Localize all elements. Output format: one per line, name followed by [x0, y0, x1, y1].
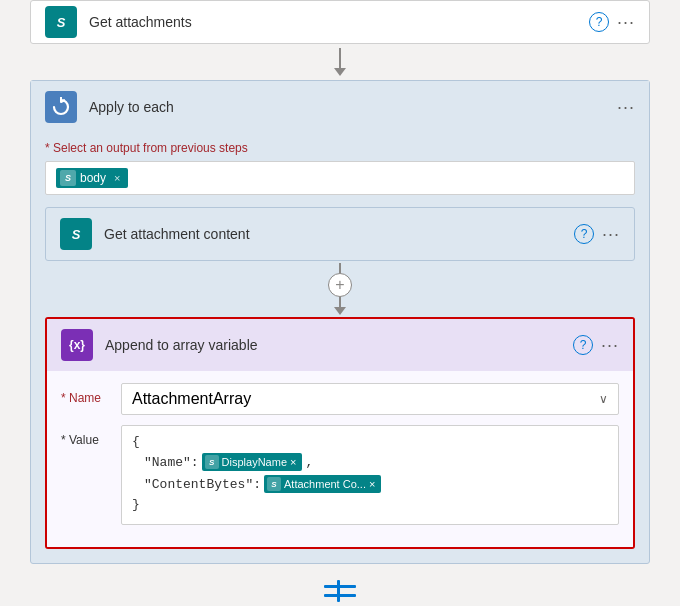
apply-to-each-header: Apply to each ··· [31, 81, 649, 133]
name-control: AttachmentArray ∨ [121, 383, 619, 415]
get-attachments-title: Get attachments [89, 14, 589, 30]
body-token-chip: S body × [56, 168, 128, 188]
chip-icon-sm-1: S [205, 455, 219, 469]
s-letter: S [57, 15, 66, 30]
sharepoint-icon: S [45, 6, 77, 38]
get-attachment-content-actions: ? ··· [574, 224, 620, 245]
value-row: * Value { "Name": S [61, 425, 619, 525]
get-attachment-content-icon: S [60, 218, 92, 250]
dropdown-caret-icon: ∨ [599, 392, 608, 406]
plus-line-bottom [339, 297, 341, 307]
get-attachments-actions: ? ··· [589, 12, 635, 33]
apply-to-each-more-icon[interactable]: ··· [617, 97, 635, 118]
get-attachment-content-card: S Get attachment content ? ··· [45, 207, 635, 261]
json-close: } [132, 497, 140, 512]
add-action-icon [324, 580, 356, 602]
arrow-head [334, 68, 346, 76]
display-name-label: DisplayName [222, 456, 287, 468]
json-name-line: "Name": S DisplayName × , [132, 453, 608, 471]
get-attachments-more-icon[interactable]: ··· [617, 12, 635, 33]
append-card-actions: ? ··· [573, 335, 619, 356]
append-help-icon[interactable]: ? [573, 335, 593, 355]
canvas: S Get attachments ? ··· Apply to each ··… [0, 0, 680, 606]
json-name-key: "Name": [144, 455, 199, 470]
add-action-container: Add an action [297, 580, 383, 606]
append-more-icon[interactable]: ··· [601, 335, 619, 356]
name-row: * Name AttachmentArray ∨ [61, 383, 619, 415]
apply-to-each-actions: ··· [617, 97, 635, 118]
value-control[interactable]: { "Name": S DisplayName × [121, 425, 619, 525]
display-name-token: S DisplayName × [202, 453, 303, 471]
plus-line-top [339, 263, 341, 273]
svg-rect-2 [337, 580, 340, 602]
token-input[interactable]: S body × [45, 161, 635, 195]
plus-connector: + [45, 263, 635, 315]
json-close-line: } [132, 497, 608, 512]
s-letter-2: S [72, 227, 81, 242]
arrow-line [339, 48, 341, 68]
json-content-line: "ContentBytes": S Attachment Co... × [132, 475, 608, 493]
apply-to-each-container: Apply to each ··· * Select an output fro… [30, 80, 650, 564]
get-attachments-help-icon[interactable]: ? [589, 12, 609, 32]
get-attachment-content-more[interactable]: ··· [602, 224, 620, 245]
display-name-close[interactable]: × [290, 456, 296, 468]
append-card-body: * Name AttachmentArray ∨ * Value [47, 371, 633, 547]
json-open-line: { [132, 434, 608, 449]
name-label: * Name [61, 383, 121, 405]
name-dropdown[interactable]: AttachmentArray ∨ [121, 383, 619, 415]
value-label: * Value [61, 425, 121, 447]
chip-icon-sm-2: S [267, 477, 281, 491]
chip-icon: S [60, 170, 76, 186]
get-attachment-content-title: Get attachment content [104, 226, 574, 242]
apply-to-each-title: Apply to each [89, 99, 617, 115]
append-card-header: {x} Append to array variable ? ··· [47, 319, 633, 371]
attachment-content-label: Attachment Co... [284, 478, 366, 490]
json-comma1: , [305, 455, 313, 470]
arrow-connector-1 [334, 48, 346, 76]
chip-s: S [65, 173, 71, 183]
select-label: * Select an output from previous steps [45, 141, 635, 155]
append-to-array-card: {x} Append to array variable ? ··· * Nam… [45, 317, 635, 549]
json-content-key: "ContentBytes": [144, 477, 261, 492]
get-attachments-card: S Get attachments ? ··· [30, 0, 650, 44]
plus-circle[interactable]: + [328, 273, 352, 297]
loop-icon [45, 91, 77, 123]
var-icon: {x} [61, 329, 93, 361]
json-open: { [132, 434, 140, 449]
attachment-content-token: S Attachment Co... × [264, 475, 381, 493]
append-card-title: Append to array variable [105, 337, 573, 353]
get-attachment-content-help[interactable]: ? [574, 224, 594, 244]
name-value: AttachmentArray [132, 390, 251, 408]
plus-arrow [334, 307, 346, 315]
apply-to-each-content: * Select an output from previous steps S… [31, 133, 649, 563]
add-action-button[interactable]: Add an action [297, 580, 383, 606]
attachment-content-close[interactable]: × [369, 478, 375, 490]
body-token-close[interactable]: × [114, 172, 120, 184]
body-token-label: body [80, 171, 106, 185]
